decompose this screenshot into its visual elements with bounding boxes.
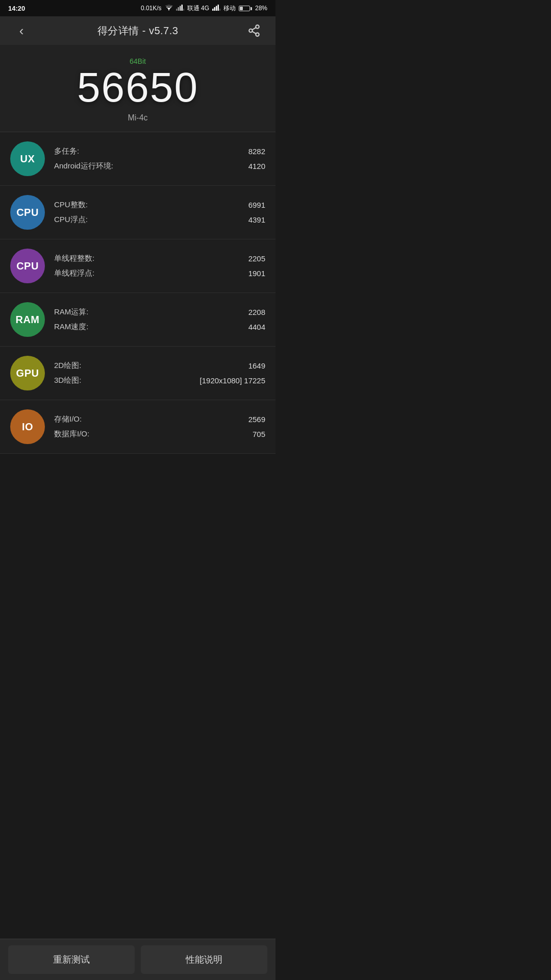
metric-label-5-1: 数据库I/O: xyxy=(54,429,89,439)
metric-value-3-1: 4404 xyxy=(248,323,265,331)
device-name: Mi-4c xyxy=(0,113,276,122)
metric-label-1-0: CPU整数: xyxy=(54,200,88,210)
metric-label-4-1: 3D绘图: xyxy=(54,376,81,385)
metric-row-5-0: 存储I/O:2569 xyxy=(54,414,265,424)
metric-value-1-0: 6991 xyxy=(248,201,265,209)
metric-label-2-1: 单线程浮点: xyxy=(54,268,94,278)
metric-row-4-1: 3D绘图:[980x551] 17225 xyxy=(54,376,265,385)
svg-line-15 xyxy=(252,28,256,30)
status-right: 0.01K/s 联通 4G xyxy=(141,4,267,13)
score-number: 56650 xyxy=(0,66,276,108)
wifi-icon xyxy=(165,4,173,12)
bench-metrics-0: 多任务:8282Android运行环境:4120 xyxy=(54,146,265,171)
metric-row-3-0: RAM运算:2208 xyxy=(54,307,265,317)
metric-row-4-0: 2D绘图:1649 xyxy=(54,361,265,371)
metric-value-4-0: 1649 xyxy=(248,361,265,370)
metric-row-2-0: 单线程整数:2205 xyxy=(54,254,265,263)
svg-rect-8 xyxy=(216,6,217,11)
bench-icon-2: CPU xyxy=(10,249,45,283)
bench-row-3: RAMRAM运算:2208RAM速度:4404 xyxy=(0,293,276,347)
toolbar: ‹ 得分详情 - v5.7.3 xyxy=(0,16,276,45)
bench-icon-1: CPU xyxy=(10,195,45,230)
share-button[interactable] xyxy=(243,19,265,42)
metric-label-3-0: RAM运算: xyxy=(54,307,89,317)
bench-row-5: IO存储I/O:2569数据库I/O:705 xyxy=(0,400,276,454)
metric-row-0-1: Android运行环境:4120 xyxy=(54,161,265,171)
metric-value-5-0: 2569 xyxy=(248,415,265,424)
svg-rect-6 xyxy=(212,9,214,11)
bench-icon-5: IO xyxy=(10,409,45,444)
svg-rect-7 xyxy=(214,7,215,11)
battery-percent: 28% xyxy=(255,5,267,12)
back-arrow-icon: ‹ xyxy=(19,24,24,37)
bench-metrics-5: 存储I/O:2569数据库I/O:705 xyxy=(54,414,265,439)
svg-rect-4 xyxy=(181,5,183,11)
svg-point-0 xyxy=(168,10,169,11)
bench-icon-3: RAM xyxy=(10,302,45,337)
carrier2: 移动 xyxy=(223,4,236,13)
bench-icon-0: UX xyxy=(10,141,45,176)
svg-rect-1 xyxy=(176,9,178,11)
svg-rect-10 xyxy=(219,9,220,11)
metric-label-4-0: 2D绘图: xyxy=(54,361,81,371)
share-icon xyxy=(247,24,261,37)
battery-icon xyxy=(239,6,252,11)
bench-row-1: CPUCPU整数:6991CPU浮点:4391 xyxy=(0,186,276,239)
svg-rect-9 xyxy=(217,5,219,11)
bench-row-4: GPU2D绘图:16493D绘图:[980x551] 17225 xyxy=(0,347,276,400)
status-network: 0.01K/s xyxy=(141,5,162,12)
bench-metrics-3: RAM运算:2208RAM速度:4404 xyxy=(54,307,265,332)
metric-row-2-1: 单线程浮点:1901 xyxy=(54,268,265,278)
back-button[interactable]: ‹ xyxy=(10,19,33,42)
metric-value-2-0: 2205 xyxy=(248,254,265,263)
metric-value-2-1: 1901 xyxy=(248,269,265,278)
carrier1: 联通 4G xyxy=(187,4,209,13)
svg-line-14 xyxy=(252,32,256,34)
bench-row-0: UX多任务:8282Android运行环境:4120 xyxy=(0,132,276,186)
score-area: 64Bit 56650 Mi-4c xyxy=(0,45,276,132)
bench-row-2: CPU单线程整数:2205单线程浮点:1901 xyxy=(0,239,276,293)
metric-row-3-1: RAM速度:4404 xyxy=(54,322,265,332)
metric-label-2-0: 单线程整数: xyxy=(54,254,94,263)
bench-metrics-1: CPU整数:6991CPU浮点:4391 xyxy=(54,200,265,225)
status-bar: 14:20 0.01K/s 联通 4G xyxy=(0,0,276,16)
metric-label-5-0: 存储I/O: xyxy=(54,414,82,424)
status-time: 14:20 xyxy=(8,5,25,12)
toolbar-title: 得分详情 - v5.7.3 xyxy=(97,24,179,38)
metric-value-4-1: [980x551] 17225 xyxy=(200,376,265,385)
signal-icon xyxy=(176,4,184,12)
bench-metrics-2: 单线程整数:2205单线程浮点:1901 xyxy=(54,254,265,278)
svg-rect-2 xyxy=(178,7,179,11)
metric-row-0-0: 多任务:8282 xyxy=(54,146,265,156)
metric-row-1-1: CPU浮点:4391 xyxy=(54,215,265,225)
metric-label-0-1: Android运行环境: xyxy=(54,161,113,171)
metric-row-5-1: 数据库I/O:705 xyxy=(54,429,265,439)
svg-rect-3 xyxy=(180,6,181,11)
metric-value-1-1: 4391 xyxy=(248,215,265,224)
metric-label-1-1: CPU浮点: xyxy=(54,215,88,225)
signal-icon-2 xyxy=(212,4,220,12)
metric-value-0-0: 8282 xyxy=(248,147,265,156)
metric-label-3-1: RAM速度: xyxy=(54,322,89,332)
metric-label-0-0: 多任务: xyxy=(54,146,79,156)
metric-value-5-1: 705 xyxy=(253,430,265,438)
benchmark-list: UX多任务:8282Android运行环境:4120CPUCPU整数:6991C… xyxy=(0,132,276,454)
metric-row-1-0: CPU整数:6991 xyxy=(54,200,265,210)
metric-value-0-1: 4120 xyxy=(248,162,265,170)
bench-icon-4: GPU xyxy=(10,356,45,390)
svg-rect-5 xyxy=(183,9,184,11)
bench-metrics-4: 2D绘图:16493D绘图:[980x551] 17225 xyxy=(54,361,265,385)
metric-value-3-0: 2208 xyxy=(248,308,265,316)
